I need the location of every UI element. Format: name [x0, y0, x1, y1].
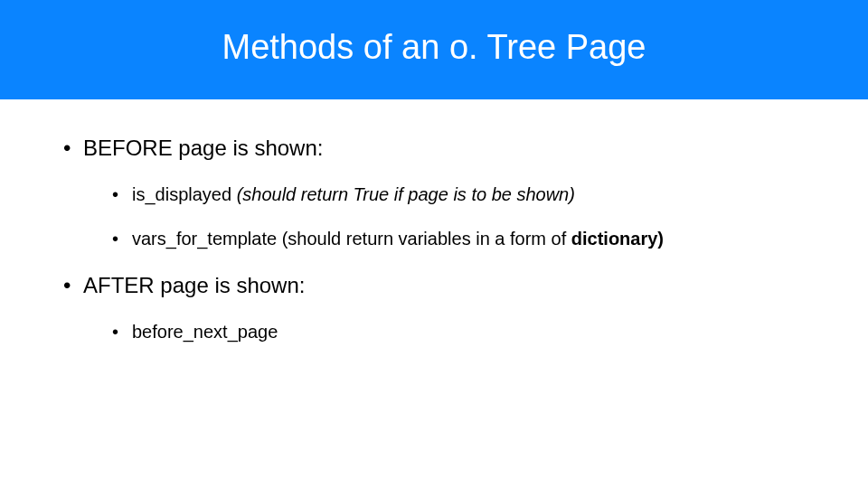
item-is-displayed: is_displayed (should return True if page…	[83, 184, 805, 205]
note-vars-plain: (should return variables in a form of	[277, 229, 571, 249]
note-is-displayed: (should return True if page is to be sho…	[231, 184, 575, 204]
method-name-is-displayed: is_displayed	[132, 184, 231, 204]
method-name-vars-for-template: vars_for_template	[132, 229, 277, 249]
note-vars-bold: dictionary)	[571, 229, 664, 249]
slide-header: Methods of an o. Tree Page	[0, 0, 868, 99]
section-before-label: BEFORE page is shown:	[83, 136, 323, 160]
slide-content: BEFORE page is shown: is_displayed (shou…	[0, 99, 868, 343]
item-before-next-page: before_next_page	[83, 322, 805, 343]
section-before: BEFORE page is shown: is_displayed (shou…	[63, 136, 805, 249]
section-after-label: AFTER page is shown:	[83, 273, 305, 297]
section-after: AFTER page is shown: before_next_page	[63, 273, 805, 343]
slide-title: Methods of an o. Tree Page	[222, 28, 646, 67]
method-name-before-next-page: before_next_page	[132, 322, 278, 342]
item-vars-for-template: vars_for_template (should return variabl…	[83, 229, 805, 249]
